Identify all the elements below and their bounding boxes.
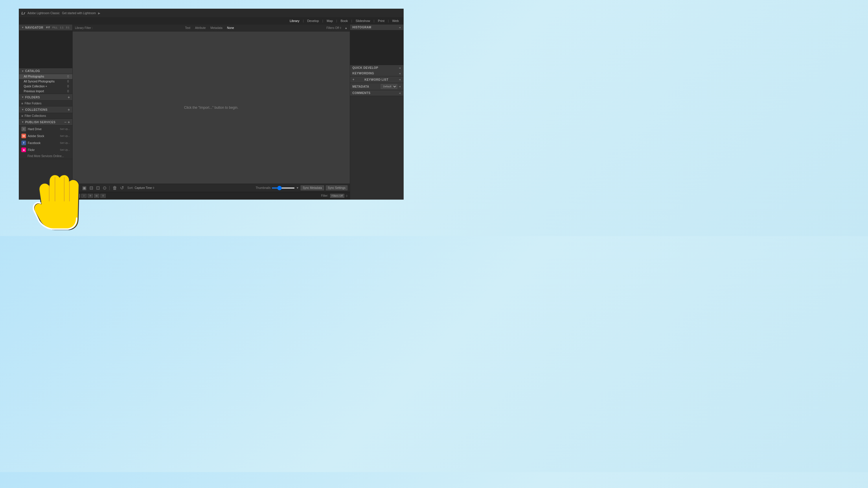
filter-folders-item[interactable]: Filter Folders (19, 101, 72, 106)
keyword-list-arrow: ◄ (398, 78, 401, 81)
publish-services-title: Publish Services (25, 121, 56, 124)
collections-collapse-arrow: ▼ (22, 108, 24, 111)
quick-develop-arrow: ◄ (398, 67, 401, 69)
collections-section-header[interactable]: ▼ Collections + (19, 106, 72, 113)
flickr-icon: ◉ (22, 148, 26, 152)
sort-value[interactable]: Capture Time ◊ (134, 186, 154, 190)
photo-area: Click the "Import..." button to begin. (73, 32, 350, 184)
publish-services-header[interactable]: ▼ Publish Services − + (19, 119, 72, 126)
find-more-services[interactable]: Find More Services Online... (19, 153, 72, 159)
filter-attribute[interactable]: Attribute (194, 26, 207, 30)
view-mode-list[interactable]: ▤ (94, 194, 99, 198)
nav-library[interactable]: Library (288, 19, 301, 23)
zoom-1-1[interactable]: 1:1 (59, 26, 64, 29)
keyword-list-plus[interactable]: + (352, 77, 354, 82)
catalog-quick-collection[interactable]: Quick Collection + 0 (19, 84, 72, 89)
histogram-section-header[interactable]: Histogram ◄ (350, 25, 403, 30)
folders-add-button[interactable]: + (68, 95, 70, 99)
publish-facebook[interactable]: f Facebook Set Up... (19, 139, 72, 147)
filter-folders-label: Filter Folders (25, 102, 41, 105)
bottom-filter-expand[interactable]: ◊ (346, 194, 347, 198)
zoom-fill[interactable]: FILL (52, 26, 58, 29)
catalog-previous-import[interactable]: Previous Import 0 (19, 89, 72, 94)
quick-develop-title: Quick Develop (352, 66, 378, 69)
catalog-section-header[interactable]: ▼ Catalog (19, 68, 72, 74)
metadata-arrow: ◄ (398, 85, 401, 88)
filter-text[interactable]: Text (184, 26, 191, 30)
comments-title: Comments (352, 91, 370, 95)
loupe-view-btn[interactable]: ▣ (82, 185, 87, 191)
right-sidebar: Histogram ◄ Quick Develop ◄ Keywording ◄… (350, 25, 403, 199)
nav-book[interactable]: Book (339, 19, 349, 23)
collections-add-button[interactable]: + (68, 108, 70, 112)
publish-add-button[interactable]: + (68, 120, 70, 124)
filter-metadata[interactable]: Metadata (209, 26, 224, 30)
publish-adobe-stock[interactable]: St Adobe Stock Set Up... (19, 132, 72, 139)
metadata-title: Metadata (352, 85, 369, 88)
harddrive-icon: ≡ (22, 127, 26, 131)
collections-title: Collections (25, 108, 48, 111)
filter-bar: Library Filter : Text Attribute Metadata… (73, 25, 350, 32)
filter-collections-dot (22, 115, 23, 117)
view-mode-compare[interactable]: ⊟ (100, 194, 105, 198)
thumbnails-arrow[interactable]: ▼ (296, 186, 299, 190)
bottom-toolbar: ⊞ ▣ ⊟ ⊡ ⊙ 🗑 ↺ Sort: Capture Time ◊ Thumb… (73, 184, 350, 192)
compare-view-btn[interactable]: ⊟ (89, 185, 94, 191)
lr-logo: Lr (22, 11, 25, 15)
comments-header[interactable]: Comments ◄ (350, 90, 403, 96)
catalog-collapse-arrow: ▼ (22, 70, 24, 73)
zoom-3-1[interactable]: 3:1 (65, 26, 70, 29)
bottom-filters-off[interactable]: Filters Off (330, 194, 344, 198)
sync-metadata-btn[interactable]: Sync Metadata (301, 186, 324, 190)
app-subtitle: Get started with Lightroom (62, 11, 96, 15)
publish-minus-button[interactable]: − (64, 120, 66, 124)
keyword-list-header[interactable]: + Keyword List ◄ (350, 76, 403, 83)
thumbnails-slider[interactable] (272, 188, 295, 189)
view-mode-2[interactable]: 2 (81, 194, 87, 198)
folders-section-header[interactable]: ▼ Folders + (19, 94, 72, 101)
subtitle-arrow: ▶ (98, 11, 100, 15)
keyword-list-title: Keyword List (365, 78, 389, 81)
rotate-ccw-btn[interactable]: ↺ (120, 185, 124, 191)
nav-develop[interactable]: Develop (306, 19, 320, 23)
catalog-all-synced[interactable]: All Synced Photographs 0 (19, 79, 72, 84)
catalog-all-photographs[interactable]: All Photographs 0 (19, 74, 72, 79)
nav-map[interactable]: Map (326, 19, 334, 23)
filter-bar-label: Library Filter : (75, 26, 93, 30)
metadata-select[interactable]: Default (381, 84, 397, 89)
import-message: Click the "Import..." button to begin. (184, 106, 239, 110)
navigator-preview (19, 31, 72, 68)
sync-settings-btn[interactable]: Sync Settings (326, 186, 347, 190)
filter-collections-item[interactable]: Filter Collections (19, 113, 72, 119)
histogram-area (350, 30, 403, 65)
metadata-header[interactable]: Metadata Default ◄ (350, 83, 403, 90)
zoom-fit[interactable]: FIT (45, 26, 51, 29)
view-mode-1[interactable]: 1 (75, 194, 80, 198)
grid-view-btn[interactable]: ⊞ (75, 185, 80, 191)
keywording-header[interactable]: Keywording ◄ (350, 71, 403, 76)
nav-web[interactable]: Web (391, 19, 400, 23)
people-view-btn[interactable]: ⊙ (102, 185, 107, 191)
nav-slideshow[interactable]: Slideshow (354, 19, 371, 23)
very-bottom-bar: 1 2 ⊞ ▤ ⊟ Filter: Filters Off ◊ (73, 192, 350, 199)
catalog-section: ▼ Catalog All Photographs 0 All Synced P… (19, 68, 72, 94)
keywording-arrow: ◄ (398, 72, 401, 75)
filter-none[interactable]: None (226, 26, 235, 30)
folders-section: ▼ Folders + Filter Folders (19, 94, 72, 106)
title-bar: Lr Adobe Lightroom Classic Get started w… (19, 9, 403, 17)
view-mode-grid[interactable]: ⊞ (88, 194, 93, 198)
publish-harddrive[interactable]: ≡ Hard Drive Set Up... (19, 126, 72, 132)
publish-flickr[interactable]: ◉ Flickr Set Up... (19, 147, 72, 153)
app-window: Lr Adobe Lightroom Classic Get started w… (19, 9, 404, 200)
navigator-collapse-arrow: ▼ (22, 26, 24, 29)
survey-view-btn[interactable]: ⊡ (95, 185, 100, 191)
filters-off-label: Filters Off ◊ (327, 26, 341, 30)
publish-services-section: ▼ Publish Services − + ≡ Hard Drive Set … (19, 119, 72, 159)
delete-btn[interactable]: 🗑 (112, 185, 118, 191)
filter-expand-icon[interactable]: ▲ (345, 26, 347, 30)
comments-arrow: ◄ (398, 92, 401, 95)
nav-print[interactable]: Print (377, 19, 386, 23)
navigator-section-header[interactable]: ▼ Navigator FIT FILL 1:1 3:1 (19, 25, 72, 31)
quick-develop-header[interactable]: Quick Develop ◄ (350, 65, 403, 71)
app-title: Adobe Lightroom Classic (28, 11, 60, 15)
